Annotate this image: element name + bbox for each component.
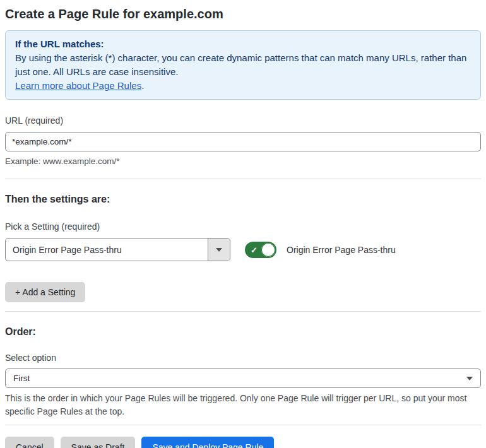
cancel-button[interactable]: Cancel bbox=[5, 437, 54, 448]
order-section-heading: Order: bbox=[5, 326, 481, 338]
save-and-deploy-button[interactable]: Save and Deploy Page Rule bbox=[141, 437, 274, 448]
create-page-rule-form: Create a Page Rule for example.com If th… bbox=[0, 6, 486, 448]
info-box-body: By using the asterisk (*) character, you… bbox=[15, 51, 471, 79]
chevron-down-icon bbox=[466, 377, 473, 380]
setting-toggle-label: Origin Error Page Pass-thru bbox=[287, 245, 396, 255]
pick-setting-label: Pick a Setting (required) bbox=[5, 221, 481, 232]
url-example-text: Example: www.example.com/* bbox=[5, 156, 481, 167]
toggle-knob bbox=[261, 243, 275, 257]
divider bbox=[5, 425, 481, 425]
chevron-down-icon bbox=[216, 248, 222, 252]
divider bbox=[5, 311, 481, 312]
url-match-info-box: If the URL matches: By using the asteris… bbox=[5, 30, 481, 100]
setting-dropdown-arrow-button[interactable] bbox=[208, 239, 230, 261]
link-period: . bbox=[141, 80, 144, 91]
setting-picker-row: Origin Error Page Pass-thru ✓ Origin Err… bbox=[5, 238, 481, 261]
setting-toggle[interactable]: ✓ bbox=[245, 242, 276, 258]
order-select[interactable]: First bbox=[5, 368, 481, 388]
select-option-label: Select option bbox=[5, 352, 481, 363]
url-input[interactable] bbox=[5, 132, 481, 151]
info-box-heading: If the URL matches: bbox=[15, 37, 471, 51]
setting-dropdown[interactable]: Origin Error Page Pass-thru bbox=[5, 238, 230, 261]
page-title: Create a Page Rule for example.com bbox=[5, 6, 481, 22]
save-as-draft-button[interactable]: Save as Draft bbox=[61, 437, 136, 448]
learn-more-link[interactable]: Learn more about Page Rules bbox=[15, 80, 141, 91]
setting-dropdown-value: Origin Error Page Pass-thru bbox=[6, 239, 208, 261]
footer-actions: Cancel Save as Draft Save and Deploy Pag… bbox=[5, 437, 481, 448]
order-select-value: First bbox=[13, 374, 30, 383]
divider bbox=[5, 179, 481, 179]
order-help-text: This is the order in which your Page Rul… bbox=[5, 392, 481, 418]
add-setting-button[interactable]: + Add a Setting bbox=[5, 282, 85, 302]
settings-section-heading: Then the settings are: bbox=[5, 193, 481, 206]
info-box-link-line: Learn more about Page Rules. bbox=[15, 79, 471, 93]
check-icon: ✓ bbox=[251, 245, 258, 254]
url-label: URL (required) bbox=[5, 115, 481, 126]
